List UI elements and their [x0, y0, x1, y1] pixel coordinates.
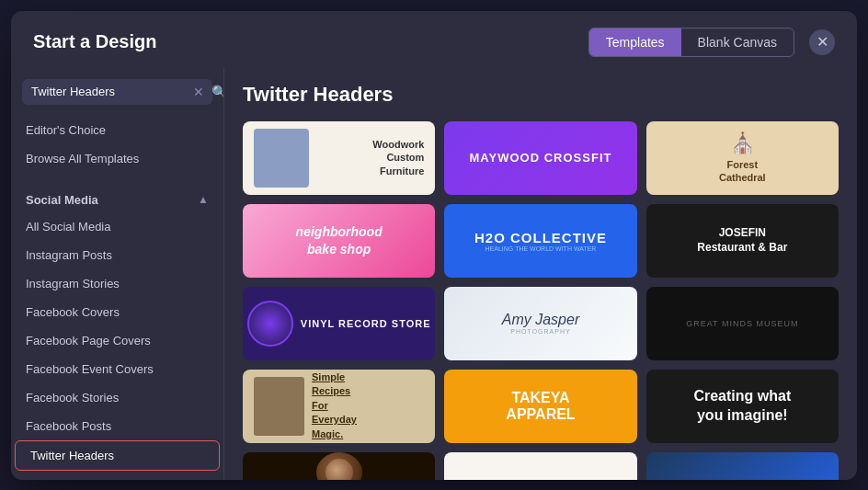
template-text: WoodworkCustomFurniture: [372, 138, 424, 177]
template-image: [254, 129, 309, 188]
template-text: Creating what you imagine!: [693, 387, 791, 426]
search-icon[interactable]: 🔍: [211, 85, 224, 99]
template-creating[interactable]: Creating what you imagine!: [646, 370, 839, 443]
template-recipes[interactable]: SimpleRecipesForEverydayMagic.: [243, 370, 435, 443]
sidebar-item-facebook-stories[interactable]: Facebook Stories: [11, 383, 223, 412]
template-subtitle: HEALING THE WORLD WITH WATER: [485, 245, 597, 252]
clear-icon[interactable]: ✕: [193, 85, 204, 98]
template-vinyl[interactable]: VINYL RECORD STORE: [243, 287, 435, 360]
sidebar-item-instagram-stories[interactable]: Instagram Stories: [11, 269, 223, 298]
template-forest[interactable]: ⛪ ForestCathedral: [646, 121, 839, 195]
coffee-icon: [316, 452, 362, 480]
sidebar-item-browse-all[interactable]: Browse All Templates: [11, 144, 223, 173]
creating-line2: you imagine!: [697, 407, 788, 423]
tab-templates[interactable]: Templates: [589, 28, 681, 56]
creating-line1: Creating what: [693, 388, 791, 404]
search-box[interactable]: ✕ 🔍: [22, 79, 212, 105]
sidebar-item-twitter-posts[interactable]: Twitter Posts: [11, 471, 223, 480]
template-h2o[interactable]: H2O COLLECTIVE HEALING THE WORLD WITH WA…: [444, 204, 636, 278]
template-museum[interactable]: GREAT MINDS MUSEUM: [646, 287, 839, 360]
coffee-inner: [326, 459, 353, 480]
template-text: neighborhoodbake shop: [296, 223, 383, 256]
template-title: H2O COLLECTIVE: [474, 230, 607, 245]
sidebar-item-twitter-headers[interactable]: Twitter Headers: [15, 440, 220, 471]
template-text: MAYWOOD CROSSFIT: [470, 151, 612, 165]
template-woodwork[interactable]: WoodworkCustomFurniture: [243, 121, 435, 195]
modal-body: ✕ 🔍 Editor's Choice Browse All Templates…: [11, 68, 857, 480]
sidebar-item-facebook-event-covers[interactable]: Facebook Event Covers: [11, 355, 223, 383]
sidebar-item-facebook-covers[interactable]: Facebook Covers: [11, 298, 223, 326]
template-text: JOSEFINRestaurant & Bar: [697, 226, 787, 255]
template-takeya[interactable]: TAKEYAAPPAREL: [444, 370, 636, 443]
template-neighborhood[interactable]: neighborhoodbake shop: [243, 204, 435, 278]
sidebar-item-facebook-page-covers[interactable]: Facebook Page Covers: [11, 326, 223, 355]
modal-title: Start a Design: [33, 31, 156, 52]
template-text: the Best: [706, 478, 779, 480]
tab-group: Templates Blank Canvas: [588, 28, 794, 57]
template-josefin[interactable]: JOSEFINRestaurant & Bar: [646, 204, 839, 278]
template-amy[interactable]: Amy Jasper PHOTOGRAPHY: [444, 287, 636, 360]
sidebar-item-facebook-posts[interactable]: Facebook Posts: [11, 412, 223, 440]
template-subtitle: PHOTOGRAPHY: [510, 328, 570, 335]
social-media-section: Social Media ▲: [11, 184, 223, 212]
template-best[interactable]: the Best: [646, 452, 839, 480]
vinyl-disc-icon: [247, 301, 293, 347]
template-title: Amy Jasper: [502, 312, 579, 328]
template-text: VINYL RECORD STORE: [301, 318, 431, 329]
search-input[interactable]: [31, 85, 186, 98]
tab-blank-canvas[interactable]: Blank Canvas: [681, 28, 794, 56]
main-content: Twitter Headers WoodworkCustomFurniture …: [224, 68, 857, 480]
template-text: ForestCathedral: [719, 159, 766, 183]
template-text: SimpleRecipesForEverydayMagic.: [312, 370, 357, 441]
sidebar-item-all-social[interactable]: All Social Media: [11, 212, 223, 241]
templates-grid: WoodworkCustomFurniture MAYWOOD CROSSFIT…: [243, 121, 839, 480]
template-text: TAKEYAAPPAREL: [506, 390, 575, 423]
start-a-design-modal: Start a Design Templates Blank Canvas ✕ …: [11, 11, 857, 480]
template-image: [254, 377, 304, 436]
template-richroast[interactable]: RICH ROAST — Coffee —: [243, 452, 435, 480]
sidebar: ✕ 🔍 Editor's Choice Browse All Templates…: [11, 68, 224, 480]
sidebar-item-editors-choice[interactable]: Editor's Choice: [11, 116, 223, 144]
template-text: Beauty &: [485, 473, 597, 480]
page-title: Twitter Headers: [243, 83, 839, 107]
sidebar-item-instagram-posts[interactable]: Instagram Posts: [11, 241, 223, 269]
template-beauty[interactable]: Beauty &: [444, 452, 636, 480]
church-icon: ⛪: [730, 131, 755, 155]
modal-header: Start a Design Templates Blank Canvas ✕: [11, 11, 857, 68]
close-button[interactable]: ✕: [809, 29, 835, 55]
template-text: GREAT MINDS MUSEUM: [686, 319, 798, 328]
template-maywood[interactable]: MAYWOOD CROSSFIT: [444, 121, 636, 195]
chevron-up-icon: ▲: [198, 193, 209, 206]
